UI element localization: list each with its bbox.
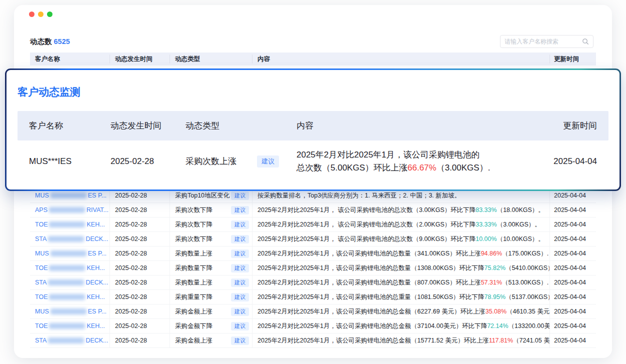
update-date-cell: 2025-04-04: [550, 218, 596, 232]
event-type-label: 采购重量下降: [175, 293, 212, 302]
event-type-cell: 采购金额上涨 建议: [170, 334, 252, 348]
overlay-event-type: 采购次数上涨: [186, 156, 236, 167]
content-percent: 57.31%: [481, 279, 502, 286]
search-icon[interactable]: [582, 38, 589, 45]
dynamic-count-label: 动态数: [30, 38, 52, 46]
customer-name-link[interactable]: TOEKEH...: [35, 322, 105, 330]
suggestion-badge: 建议: [231, 250, 249, 258]
content-text-suffix: （4610.35 美元）。: [506, 308, 550, 316]
content-percent: 72.14%: [487, 322, 508, 330]
content-percent: 35.08%: [486, 308, 506, 315]
update-date-cell: 2025-04-04: [550, 261, 596, 275]
redacted-name-blur: [50, 250, 86, 256]
content-cell: 2025年2月对比2025年1月， 该公司采购锂电池的总次数（9.00KGS）环…: [252, 232, 550, 246]
table-row[interactable]: STADECK... 2025-02-28 采购数量上涨 建议 2025年2月对…: [30, 276, 596, 290]
table-row[interactable]: APSRIVAT... 2025-02-28 采购次数下降 建议 2025年2月…: [30, 203, 596, 218]
header-update-time: 更新时间: [550, 54, 596, 64]
customer-name-prefix: TOE: [35, 264, 48, 272]
event-type-cell: 采购次数下降 建议: [170, 203, 252, 217]
customer-name-suffix: KEH...: [86, 322, 104, 330]
table-header-row: 客户名称 动态发生时间 动态类型 内容 更新时间: [30, 52, 596, 66]
event-date-cell: 2025-02-28: [110, 334, 170, 348]
table-row[interactable]: MUSES P... 2025-02-28 采购金额上涨 建议 2025年2月对…: [30, 304, 596, 319]
event-type-label: 采购数量上涨: [175, 250, 212, 258]
close-window-button[interactable]: [29, 12, 34, 17]
table-row[interactable]: TOEKEH... 2025-02-28 采购数量下降 建议 2025年2月对比…: [30, 261, 596, 276]
content-text-prefix: 2025年2月对比2025年1月， 该公司采购锂电池的总次数（9.00KGS）环…: [258, 235, 476, 244]
customer-name-link[interactable]: STADECK...: [35, 236, 108, 242]
content-percent: 10.00%: [476, 236, 496, 242]
event-type-label: 采购次数下降: [175, 220, 212, 229]
content-text-suffix: （133200.00美元）。: [508, 322, 550, 330]
event-date-cell: 2025-02-28: [110, 261, 170, 275]
table-row[interactable]: TOEKEH... 2025-02-28 采购次数下降 建议 2025年2月对比…: [30, 218, 596, 232]
update-date-cell: 2025-04-04: [550, 203, 596, 217]
minimize-window-button[interactable]: [38, 12, 44, 17]
event-type-cell: 采购次数下降 建议: [170, 232, 252, 246]
table-row[interactable]: TOEKEH... 2025-02-28 采购重量下降 建议 2025年2月对比…: [30, 290, 596, 304]
content-cell: 2025年2月对比2025年1月，该公司采购锂电池的总金额（37104.00美元…: [252, 319, 550, 333]
event-type-label: 采购金额下降: [175, 322, 212, 330]
suggestion-badge: 建议: [231, 278, 249, 287]
redacted-name-blur: [48, 236, 84, 242]
overlay-header-content: 内容: [285, 120, 542, 132]
customer-name-suffix: ES P...: [88, 308, 106, 315]
header-event-type: 动态类型: [170, 54, 252, 64]
content-text-prefix: 2025年2月对比2025年1月，该公司采购锂电池的总数量（807.00KGS）…: [258, 278, 481, 287]
overlay-data-row[interactable]: MUS***IES 2025-02-28 采购次数上涨 建议 2025年2月对比…: [18, 140, 608, 182]
customer-search: [500, 35, 594, 48]
redacted-name-blur: [48, 338, 84, 344]
search-input[interactable]: [504, 38, 582, 45]
customer-name-link[interactable]: MUSES P...: [35, 250, 106, 257]
customer-name-link[interactable]: APSRIVAT...: [35, 206, 108, 214]
redacted-name-blur: [50, 308, 86, 314]
screenshot-stage: 动态数6525 客户名称 动态发生时间 动态类型 内容 更新时间: [0, 0, 626, 364]
content-percent: 94.86%: [481, 250, 502, 257]
customer-name-prefix: MUS: [35, 308, 49, 315]
content-cell: 2025年2月对比2025年1月，该公司采购锂电池的总金额（6227.69 美元…: [252, 304, 550, 318]
content-cell: 2025年2月对比2025年1月，该公司采购锂电池的总数量（1308.00KGS…: [252, 261, 550, 275]
content-text-prefix: 2025年2月对比2025年1月，该公司采购锂电池的总数量（341.00KGS）…: [258, 250, 481, 258]
customer-name-link[interactable]: TOEKEH...: [35, 294, 105, 300]
table-row[interactable]: TOEKEH... 2025-02-28 采购金额下降 建议 2025年2月对比…: [30, 319, 596, 334]
customer-name-link[interactable]: STADECK...: [35, 279, 108, 286]
redacted-name-blur: [48, 280, 84, 286]
customer-name-suffix: RIVAT...: [86, 206, 108, 214]
content-text-prefix: 2025年2月对比2025年1月， 该公司采购锂电池的总次数（2.00KGS）环…: [258, 220, 476, 229]
overlay-customer-name[interactable]: MUS***IES: [18, 156, 99, 166]
content-text-suffix: （513.00KGS）.: [502, 278, 548, 287]
customer-name-suffix: KEH...: [86, 264, 104, 272]
table-row[interactable]: STADECK... 2025-02-28 采购次数下降 建议 2025年2月对…: [30, 232, 596, 246]
customer-name-link[interactable]: MUSES P...: [35, 192, 106, 199]
event-type-cell: 采购重量下降 建议: [170, 290, 252, 304]
redacted-name-blur: [49, 323, 85, 329]
content-text-prefix: 2025年2月对比2025年1月，该公司采购锂电池的总金额（37104.00美元…: [258, 322, 487, 330]
customer-name-suffix: KEH...: [86, 294, 104, 300]
customer-name-suffix: DECK...: [86, 236, 108, 242]
event-date-cell: 2025-02-28: [110, 218, 170, 232]
customer-name-cell: TOEKEH...: [30, 319, 110, 333]
overlay-content: 2025年2月对比2025年1月，该公司采购锂电池的 总次数（5.00KGS）环…: [285, 148, 542, 174]
content-percent: 83.33%: [476, 206, 496, 214]
table-row[interactable]: STADECK... 2025-02-28 采购金额上涨 建议 2025年2月对…: [30, 334, 596, 348]
content-cell: 2025年2月对比2025年1月，该公司采购锂电池的总重量（1081.50KGS…: [252, 290, 550, 304]
redacted-name-blur: [50, 192, 86, 198]
table-row[interactable]: MUSES P... 2025-02-28 采购数量上涨 建议 2025年2月对…: [30, 246, 596, 261]
zoom-window-button[interactable]: [47, 12, 52, 17]
customer-name-link[interactable]: STADECK...: [35, 337, 108, 344]
event-type-label: 采购次数下降: [175, 235, 212, 244]
customer-name-link[interactable]: TOEKEH...: [35, 264, 105, 272]
content-text-prefix: 2025年2月对比2025年1月，该公司采购锂电池的总金额（6227.69 美元…: [258, 308, 486, 316]
customer-dynamics-overlay: 客户动态监测 客户名称 动态发生时间 动态类型 内容 更新时间 MUS***IE…: [5, 68, 621, 191]
content-text-suffix: （5410.00KGS）。: [506, 264, 550, 272]
event-date-cell: 2025-02-28: [110, 246, 170, 260]
event-type-label: 采购Top10地区变化: [175, 192, 230, 200]
customer-name-link[interactable]: TOEKEH...: [35, 221, 105, 228]
customer-name-cell: TOEKEH...: [30, 290, 110, 304]
customer-name-link[interactable]: MUSES P...: [35, 308, 106, 315]
overlay-content-line2-suffix: （3.00KGS）.: [436, 163, 490, 172]
table-body: MUSES P... 2025-02-28 采购Top10地区变化 建议 按采购…: [30, 188, 596, 348]
event-type-cell: 采购金额上涨 建议: [170, 304, 252, 318]
event-date-cell: 2025-02-28: [110, 319, 170, 333]
event-date-cell: 2025-02-28: [110, 203, 170, 217]
